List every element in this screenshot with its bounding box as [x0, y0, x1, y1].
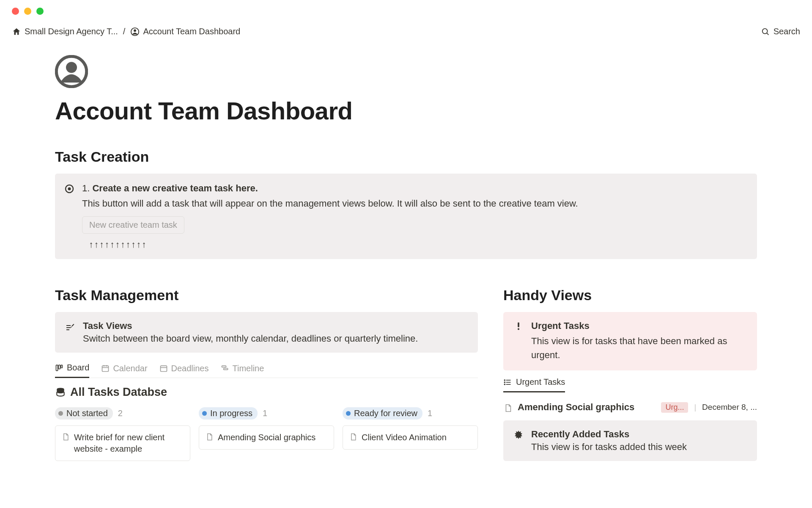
svg-line-3 [767, 33, 768, 35]
task-views-callout: Task Views Switch between the board view… [55, 312, 478, 353]
breadcrumb: Small Design Agency T... / Account Team … [12, 27, 240, 36]
status-chip-not-started[interactable]: Not started [55, 407, 113, 420]
search-label: Search [774, 27, 800, 36]
recent-desc: This view is for tasks added this week [531, 442, 687, 453]
window-controls [0, 0, 812, 22]
urgent-task-name: Amending Social graphics [518, 402, 655, 413]
tab-calendar[interactable]: Calendar [101, 363, 147, 378]
svg-rect-10 [61, 365, 62, 368]
callout-prefix: 1. [82, 183, 92, 193]
task-creation-heading: Task Creation [55, 149, 757, 165]
database-title[interactable]: All Tasks Databse [55, 386, 478, 399]
urgent-badge: Urg... [661, 402, 688, 413]
urgent-tasks-tab[interactable]: Urgent Tasks [503, 377, 565, 392]
task-management-heading: Task Management [55, 287, 478, 304]
recent-title: Recently Added Tasks [531, 429, 687, 440]
tab-board[interactable]: Board [55, 363, 89, 378]
page-title: Account Team Dashboard [55, 97, 757, 125]
breadcrumb-current-label: Account Team Dashboard [143, 27, 240, 36]
calendar-icon [101, 364, 110, 373]
card-title: Amending Social graphics [218, 432, 315, 443]
svg-rect-9 [58, 365, 60, 369]
urgent-task-date: December 8, ... [702, 403, 757, 412]
tab-timeline[interactable]: Timeline [221, 363, 264, 378]
breadcrumb-current[interactable]: Account Team Dashboard [130, 27, 240, 36]
tab-timeline-label: Timeline [233, 364, 264, 373]
svg-point-26 [504, 382, 505, 383]
board-column-ready-for-review: Ready for review 1 Client Video Animatio… [343, 407, 478, 461]
arrows-row: ↑↑↑↑↑↑↑↑↑↑↑ [82, 240, 746, 250]
svg-point-2 [762, 28, 767, 33]
svg-point-5 [66, 62, 77, 73]
svg-rect-11 [102, 366, 109, 371]
urgent-callout: Urgent Tasks This view is for tasks that… [503, 312, 757, 370]
svg-point-27 [504, 384, 505, 385]
svg-rect-20 [518, 323, 519, 327]
burst-icon [513, 429, 524, 439]
writing-icon [65, 320, 75, 331]
timeline-icon [221, 364, 229, 373]
board-column-not-started: Not started 2 Write brief for new client… [55, 407, 190, 461]
urgent-desc: This view is for tasks that have been ma… [531, 334, 747, 362]
urgent-title: Urgent Tasks [531, 320, 747, 331]
person-circle-icon [130, 27, 140, 36]
tab-board-label: Board [67, 363, 89, 373]
svg-point-7 [68, 188, 71, 190]
search-button[interactable]: Search [761, 27, 800, 36]
callout-desc: This button will add a task that will ap… [82, 196, 746, 210]
new-creative-task-button[interactable]: New creative team task [82, 216, 184, 234]
deadlines-icon [159, 364, 168, 373]
svg-rect-21 [518, 329, 519, 330]
svg-rect-17 [222, 366, 226, 367]
urgent-task-row[interactable]: Amending Social graphics Urg... | Decemb… [503, 398, 757, 420]
task-management-column: Task Management Task Views Switch betwee… [55, 287, 478, 461]
kanban-board: Not started 2 Write brief for new client… [55, 407, 478, 461]
count-in-progress: 1 [263, 409, 267, 418]
breadcrumb-root-label: Small Design Agency T... [25, 27, 118, 36]
doc-icon [349, 433, 357, 441]
database-icon [55, 387, 66, 398]
doc-icon [61, 433, 70, 441]
svg-rect-18 [223, 368, 228, 370]
board-icon [55, 364, 63, 372]
page-body: Account Team Dashboard Task Creation 1. … [0, 55, 812, 461]
task-creation-callout: 1. Create a new creative team task here.… [55, 174, 757, 259]
handy-views-column: Handy Views Urgent Tasks This view is fo… [503, 287, 757, 461]
callout-title: Create a new creative team task here. [92, 183, 258, 193]
tab-deadlines[interactable]: Deadlines [159, 363, 209, 378]
list-icon [503, 378, 512, 387]
task-card[interactable]: Amending Social graphics [199, 425, 334, 450]
window-minimize-dot[interactable] [24, 8, 31, 15]
handy-views-heading: Handy Views [503, 287, 757, 304]
status-chip-ready-for-review[interactable]: Ready for review [343, 407, 422, 420]
window-close-dot[interactable] [12, 8, 19, 15]
task-views-desc: Switch between the board view, monthly c… [83, 333, 418, 344]
breadcrumb-root[interactable]: Small Design Agency T... [12, 27, 118, 36]
window-zoom-dot[interactable] [36, 8, 44, 15]
search-icon [761, 27, 770, 36]
recent-callout: Recently Added Tasks This view is for ta… [503, 420, 757, 461]
breadcrumb-separator: / [123, 27, 126, 36]
task-card[interactable]: Write brief for new client website - exa… [55, 425, 190, 461]
status-chip-in-progress[interactable]: In progress [199, 407, 258, 420]
doc-icon [503, 403, 512, 412]
target-icon [64, 183, 74, 193]
card-title: Client Video Animation [362, 432, 447, 443]
task-card[interactable]: Client Video Animation [343, 425, 478, 450]
database-title-label: All Tasks Databse [70, 386, 167, 399]
doc-icon [205, 433, 214, 441]
topbar: Small Design Agency T... / Account Team … [0, 22, 812, 47]
exclamation-icon [513, 320, 524, 331]
board-column-in-progress: In progress 1 Amending Social graphics [199, 407, 334, 461]
tab-calendar-label: Calendar [113, 364, 147, 373]
view-tabs: Board Calendar Deadlines Timeline [55, 358, 478, 378]
task-views-title: Task Views [83, 320, 418, 331]
home-icon [12, 27, 21, 36]
count-ready: 1 [428, 409, 432, 418]
svg-rect-8 [56, 365, 58, 370]
callout-title-line: 1. Create a new creative team task here. [82, 183, 746, 194]
tab-deadlines-label: Deadlines [171, 364, 209, 373]
urgent-tab-label: Urgent Tasks [516, 377, 565, 387]
page-icon[interactable] [55, 55, 88, 88]
svg-rect-15 [160, 366, 167, 371]
